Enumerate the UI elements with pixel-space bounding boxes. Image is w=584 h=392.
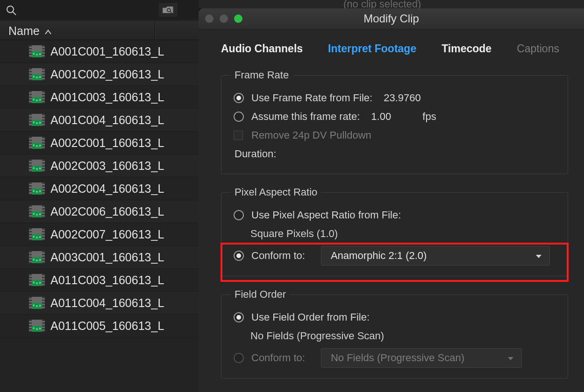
- dialog-tabbar: Audio Channels Interpret Footage Timecod…: [221, 42, 568, 55]
- par-use-file-value: Square Pixels (1.0): [250, 228, 338, 240]
- par-conform-row[interactable]: Conform to: Anamorphic 2:1 (2.0): [234, 246, 559, 266]
- clip-row[interactable]: A002C003_160613_L: [0, 154, 199, 177]
- field-order-conform-label: Conform to:: [251, 352, 305, 364]
- tab-audio-channels[interactable]: Audio Channels: [221, 42, 303, 55]
- frame-rate-use-file-value: 23.9760: [384, 92, 421, 104]
- field-order-group: Field Order Use Field Order from File: N…: [221, 288, 568, 378]
- clip-row[interactable]: A002C006_160613_L: [0, 200, 199, 223]
- par-conform-value: Anamorphic 2:1 (2.0): [331, 250, 427, 262]
- clip-name: A011C003_160613_L: [50, 273, 164, 287]
- field-order-conform-value: No Fields (Progressive Scan): [331, 352, 464, 364]
- bin-column-header-name[interactable]: Name: [0, 21, 199, 40]
- clip-icon: [29, 91, 45, 103]
- clip-icon: [29, 251, 45, 263]
- chevron-down-icon: [535, 250, 542, 262]
- chevron-down-icon: [507, 352, 514, 364]
- radio-icon[interactable]: [234, 210, 244, 220]
- radio-icon[interactable]: [234, 312, 244, 322]
- clip-icon: [29, 45, 45, 57]
- clip-name: A002C007_160613_L: [50, 228, 164, 241]
- column-divider[interactable]: [155, 21, 155, 40]
- clip-name: A011C005_160613_L: [50, 319, 164, 333]
- clip-icon: [29, 182, 45, 195]
- tab-captions: Captions: [517, 42, 559, 55]
- clip-icon: [29, 137, 45, 149]
- frame-rate-assume-label: Assume this frame rate:: [251, 111, 360, 123]
- duration-label: Duration:: [235, 148, 276, 160]
- frame-rate-use-file-label: Use Frame Rate from File:: [251, 92, 372, 104]
- par-conform-dropdown[interactable]: Anamorphic 2:1 (2.0): [321, 246, 550, 266]
- frame-rate-use-file-row[interactable]: Use Frame Rate from File: 23.9760: [234, 89, 559, 107]
- clip-row[interactable]: A002C004_160613_L: [0, 177, 199, 200]
- field-order-conform-row[interactable]: Conform to: No Fields (Progressive Scan): [234, 348, 559, 368]
- bin-search-icon[interactable]: [159, 3, 178, 17]
- par-use-file-row[interactable]: Use Pixel Aspect Ratio from File:: [234, 206, 559, 224]
- clip-row[interactable]: A001C004_160613_L: [0, 109, 199, 132]
- clip-name: A001C001_160613_L: [50, 45, 164, 58]
- par-conform-label: Conform to:: [251, 250, 305, 262]
- frame-rate-assume-value[interactable]: 1.00: [364, 109, 409, 125]
- search-strip: [0, 0, 199, 20]
- frame-rate-assume-unit: fps: [422, 111, 436, 123]
- clip-name: A001C004_160613_L: [50, 113, 164, 127]
- clip-name: A002C003_160613_L: [50, 159, 164, 173]
- dialog-title: Modify Clip: [199, 12, 584, 25]
- clip-name: A011C004_160613_L: [50, 296, 164, 310]
- par-use-file-label: Use Pixel Aspect Ratio from File:: [251, 209, 401, 221]
- clip-icon: [29, 114, 45, 126]
- radio-icon[interactable]: [234, 353, 244, 363]
- clip-row[interactable]: A002C007_160613_L: [0, 223, 199, 246]
- tab-interpret-footage[interactable]: Interpret Footage: [328, 42, 416, 55]
- frame-rate-assume-row[interactable]: Assume this frame rate: 1.00 fps: [234, 107, 559, 126]
- field-order-use-file-value: No Fields (Progressive Scan): [250, 330, 384, 342]
- clip-icon: [29, 274, 45, 286]
- field-order-use-file-row[interactable]: Use Field Order from File:: [234, 308, 559, 327]
- clip-name: A001C003_160613_L: [50, 91, 164, 104]
- par-legend: Pixel Aspect Ratio: [231, 186, 321, 198]
- field-order-legend: Field Order: [231, 288, 290, 301]
- clip-row[interactable]: A002C001_160613_L: [0, 132, 199, 154]
- sort-ascending-icon: [44, 24, 52, 38]
- clip-row[interactable]: A001C002_160613_L: [0, 63, 199, 86]
- clip-row[interactable]: A011C004_160613_L: [0, 292, 199, 315]
- frame-rate-legend: Frame Rate: [231, 69, 292, 81]
- svg-point-0: [7, 6, 14, 13]
- svg-line-1: [13, 12, 16, 15]
- clip-name: A002C001_160613_L: [50, 136, 164, 150]
- clip-row[interactable]: A001C001_160613_L: [0, 40, 199, 63]
- clip-icon: [29, 68, 45, 80]
- radio-icon[interactable]: [234, 112, 244, 122]
- bin-column-header-label: Name: [8, 24, 40, 38]
- clip-row[interactable]: A001C003_160613_L: [0, 86, 199, 109]
- remove-pulldown-row: Remove 24p DV Pulldown: [234, 126, 559, 145]
- clip-name: A003C001_160613_L: [50, 251, 164, 264]
- radio-icon[interactable]: [234, 251, 244, 261]
- modify-clip-dialog: Modify Clip Audio Channels Interpret Foo…: [199, 8, 584, 392]
- clip-icon: [29, 160, 45, 172]
- remove-pulldown-label: Remove 24p DV Pulldown: [251, 129, 371, 141]
- tab-timecode[interactable]: Timecode: [442, 42, 491, 55]
- checkbox-icon: [234, 131, 243, 140]
- frame-rate-group: Frame Rate Use Frame Rate from File: 23.…: [221, 69, 568, 174]
- field-order-use-file-label: Use Field Order from File:: [251, 311, 370, 323]
- clip-name: A001C002_160613_L: [50, 68, 164, 81]
- project-bin-panel: Name A001C001_160613_L A001C002_160613_L…: [0, 0, 199, 392]
- par-use-file-value-row: Square Pixels (1.0): [234, 224, 559, 243]
- clip-icon: [29, 228, 45, 240]
- clip-row[interactable]: A003C001_160613_L: [0, 246, 199, 269]
- clip-name: A002C004_160613_L: [50, 182, 164, 196]
- dialog-body: Audio Channels Interpret Footage Timecod…: [199, 29, 584, 392]
- clip-row[interactable]: A011C003_160613_L: [0, 269, 199, 292]
- duration-row: Duration:: [234, 145, 559, 163]
- clip-icon: [29, 320, 45, 332]
- field-order-conform-dropdown: No Fields (Progressive Scan): [321, 348, 522, 368]
- radio-icon[interactable]: [234, 93, 244, 103]
- dialog-titlebar[interactable]: Modify Clip: [199, 8, 584, 29]
- clip-row[interactable]: A011C005_160613_L: [0, 315, 199, 337]
- clip-icon: [29, 297, 45, 309]
- search-icon[interactable]: [5, 4, 18, 17]
- field-order-use-file-value-row: No Fields (Progressive Scan): [234, 327, 559, 345]
- clip-name: A002C006_160613_L: [50, 205, 164, 218]
- pixel-aspect-ratio-group: Pixel Aspect Ratio Use Pixel Aspect Rati…: [221, 186, 568, 276]
- clip-icon: [29, 205, 45, 217]
